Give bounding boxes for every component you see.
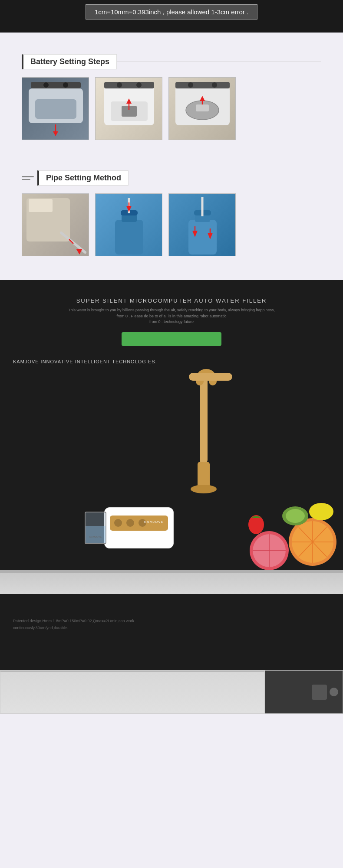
svg-point-17 <box>188 82 193 88</box>
svg-marker-6 <box>53 131 58 136</box>
pipe-steps-row <box>22 193 321 256</box>
battery-step-3-image <box>168 77 236 140</box>
battery-section-line <box>117 62 321 62</box>
device-panel: KAMJOVE <box>110 516 168 531</box>
pipe-section-line <box>129 178 321 179</box>
footer-counter-bg <box>0 671 264 713</box>
battery-step-2-svg <box>96 78 162 140</box>
promo-product-area: KAMJOVE KAMJOVE <box>0 369 343 594</box>
cup-brand: KAMJOVE <box>89 535 102 538</box>
brand-label: KAMJOVE <box>144 520 164 524</box>
section-gap-3 <box>0 269 343 280</box>
footer-control-btn-1 <box>312 685 327 700</box>
svg-point-10 <box>136 82 142 88</box>
pipe-title: Pipe Setting Method <box>46 173 121 182</box>
water-pump-device: KAMJOVE <box>104 507 174 548</box>
svg-point-59 <box>309 503 333 520</box>
pipe-step-3-image <box>168 193 236 256</box>
svg-point-2 <box>63 82 68 88</box>
promo-subtitle-line1: This water is brought to you by billions… <box>68 308 275 312</box>
counter-surface <box>0 570 343 594</box>
svg-rect-0 <box>31 82 81 88</box>
pipe-step-2-image <box>95 193 162 256</box>
measurement-text: 1cm=10mm=0.393inch , please allowed 1-3c… <box>95 8 248 16</box>
promo-title: SUPER SILENT MICROCOMPUTER AUTO WATER FI… <box>76 297 267 304</box>
glass-cup: KAMJOVE <box>85 512 106 544</box>
section-gap-1 <box>0 33 343 46</box>
pipe-icon-line-2 <box>22 179 30 180</box>
svg-rect-8 <box>104 82 154 88</box>
svg-rect-20 <box>196 104 209 111</box>
svg-point-45 <box>191 485 217 493</box>
pipe-step-1-image <box>22 193 89 256</box>
pipe-step-1-svg <box>22 194 89 256</box>
pipe-title-row: Pipe Setting Method <box>22 170 321 186</box>
promo-green-bar <box>122 332 221 346</box>
svg-rect-4 <box>35 99 76 119</box>
footer-section <box>0 670 343 714</box>
promo-bottom-line1: Patented design,Hmm 1.8mP=0.150mP=0.02,Q… <box>13 619 134 623</box>
pipe-step-3-svg <box>169 194 236 256</box>
battery-step-1-image <box>22 77 89 140</box>
promo-subtitle-line2: from 0 . Please do be to of all is in th… <box>116 314 226 318</box>
footer-right-panel <box>265 670 343 714</box>
footer-control-btn-2 <box>330 688 338 696</box>
svg-marker-26 <box>76 249 82 255</box>
fruits-svg <box>234 455 343 585</box>
pipe-menu-icon <box>22 172 34 184</box>
pipe-title-box: Pipe Setting Method <box>37 170 129 186</box>
svg-rect-24 <box>29 199 53 212</box>
svg-point-1 <box>43 82 49 88</box>
svg-rect-16 <box>175 82 230 88</box>
section-gap-2 <box>0 153 343 162</box>
svg-rect-34 <box>188 220 217 255</box>
footer-left-panel <box>0 670 265 714</box>
battery-title-box: Battery Setting Steps <box>22 54 117 69</box>
battery-section: Battery Setting Steps <box>0 46 343 153</box>
battery-step-2-image <box>95 77 162 140</box>
measurement-section: 1cm=10mm=0.393inch , please allowed 1-3c… <box>0 0 343 33</box>
svg-rect-44 <box>198 462 210 488</box>
pipe-icon-line-1 <box>22 176 34 177</box>
battery-steps-row <box>22 77 321 140</box>
pipe-section: Pipe Setting Method <box>0 162 343 269</box>
counter-edge <box>0 570 343 573</box>
device-btn-1 <box>114 519 122 527</box>
svg-rect-43 <box>189 373 232 381</box>
footer-dark-panel <box>265 671 343 713</box>
battery-step-3-svg <box>169 78 236 140</box>
svg-point-9 <box>117 82 122 88</box>
promo-bottom-line2: continuously,30um/ynd,durable. <box>13 626 68 630</box>
promo-subtitle: This water is brought to you by billions… <box>16 307 327 325</box>
fruits-area <box>234 455 343 585</box>
svg-rect-28 <box>115 220 143 255</box>
promo-tagline: KAMJOVE INNOVATIVE INTELLIGENT TECHNOLOG… <box>0 359 157 364</box>
svg-point-18 <box>212 82 217 88</box>
device-btn-2 <box>126 519 134 527</box>
promo-section: SUPER SILENT MICROCOMPUTER AUTO WATER FI… <box>0 280 343 670</box>
svg-rect-42 <box>200 377 208 464</box>
svg-point-57 <box>286 509 305 523</box>
water-in-cup <box>86 526 106 543</box>
battery-title-bar: Battery Setting Steps <box>22 54 321 69</box>
battery-step-1-svg <box>22 78 89 140</box>
promo-bottom-text: Patented design,Hmm 1.8mP=0.150mP=0.02,Q… <box>13 618 134 631</box>
battery-title: Battery Setting Steps <box>30 57 109 66</box>
promo-subtitle-line3: from 0 . technology future <box>149 320 194 324</box>
pipe-step-2-svg <box>96 194 162 256</box>
measurement-banner: 1cm=10mm=0.393inch , please allowed 1-3c… <box>86 4 257 20</box>
